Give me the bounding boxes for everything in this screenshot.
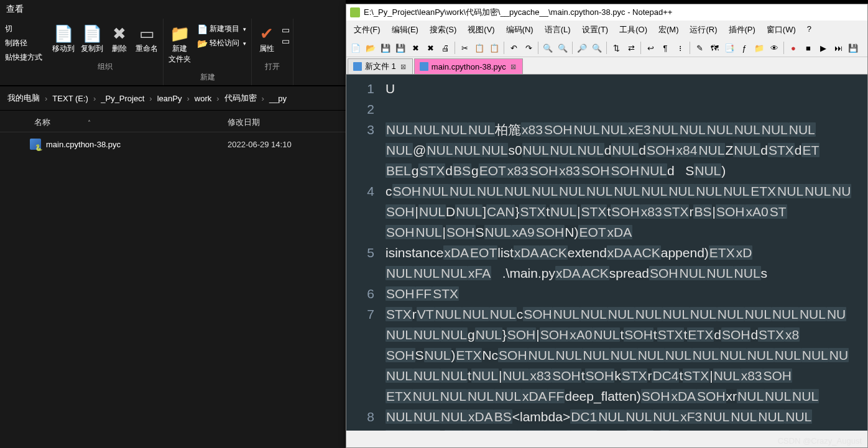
menu-plugins[interactable]: 插件(P): [724, 22, 760, 38]
stop-button[interactable]: ■: [801, 41, 815, 55]
folder-ws-button[interactable]: 📁: [752, 41, 766, 55]
breadcrumb-item[interactable]: TEXT (E:): [50, 93, 91, 104]
play-multi-button[interactable]: ⏭: [831, 41, 845, 55]
open-icon[interactable]: ▭: [280, 25, 290, 35]
copy-to-button[interactable]: 📄 复制到: [78, 21, 106, 57]
code-area[interactable]: UNULNULNULNUL柏簏x83SOHNULNULxE3NULNULNULN…: [381, 75, 867, 431]
doc-map-button[interactable]: 🗺: [708, 41, 721, 55]
ribbon-tab-view[interactable]: 查看: [0, 0, 346, 19]
save-all-button[interactable]: 💾: [394, 41, 407, 55]
file-date: 2022-06-29 14:10: [228, 140, 346, 149]
ribbon: 切 制路径 贴快捷方式 📄 移动到 📄 复制到 ✖ 删除: [0, 19, 346, 86]
breadcrumb[interactable]: 我的电脑› TEXT (E:)› _Py_Project› leanPy› wo…: [0, 86, 346, 111]
new-item-button[interactable]: 📄 新建项目▾: [195, 22, 249, 35]
rename-button[interactable]: ▭ 重命名: [133, 21, 160, 57]
breadcrumb-item[interactable]: 我的电脑: [5, 91, 42, 105]
menu-settings[interactable]: 设置(T): [577, 22, 614, 38]
copy-icon: 📄: [82, 24, 102, 43]
sync-v-button[interactable]: ⇅: [609, 41, 623, 55]
menu-edit[interactable]: 编辑(E): [387, 22, 423, 38]
list-header: 名称 ˄ 修改日期: [0, 111, 346, 132]
sort-caret-icon: ˄: [88, 119, 91, 126]
menu-macro[interactable]: 宏(M): [653, 22, 684, 38]
sync-h-button[interactable]: ⇄: [624, 41, 638, 55]
show-all-button[interactable]: ¶: [658, 41, 672, 55]
menu-search[interactable]: 搜索(S): [425, 22, 461, 38]
menu-run[interactable]: 运行(R): [685, 22, 722, 38]
menu-help[interactable]: ?: [802, 22, 816, 38]
check-icon: ✔: [257, 24, 277, 43]
menu-view[interactable]: 视图(V): [463, 22, 499, 38]
toolbar: 📄 📂 💾 💾 ✖ ✖ 🖨 ✂ 📋 📋 ↶ ↷ 🔍 🔍 🔎 🔍 ⇅ ⇄ ↩ ¶ …: [346, 39, 867, 57]
paste-button[interactable]: 📋: [487, 41, 501, 55]
file-icon: [353, 62, 362, 71]
record-button[interactable]: ●: [787, 41, 800, 55]
file-explorer: 查看 切 制路径 贴快捷方式 📄 移动到 📄 复制到 ✖: [0, 0, 346, 448]
close-button[interactable]: ✖: [409, 41, 422, 55]
column-name[interactable]: 名称 ˄: [0, 117, 228, 128]
undo-button[interactable]: ↶: [507, 41, 520, 55]
delete-button[interactable]: ✖ 删除: [107, 21, 132, 57]
zoom-in-button[interactable]: 🔎: [575, 41, 589, 55]
menu-tools[interactable]: 工具(O): [614, 22, 652, 38]
save-macro-button[interactable]: 💾: [846, 41, 860, 55]
doc-list-button[interactable]: 📑: [723, 41, 736, 55]
easy-access-icon: 📂: [197, 39, 207, 48]
breadcrumb-item[interactable]: work: [192, 93, 214, 104]
cut-button[interactable]: ✂: [458, 41, 471, 55]
notepad-icon: [350, 7, 360, 17]
print-button[interactable]: 🖨: [438, 41, 452, 55]
play-button[interactable]: ▶: [816, 41, 830, 55]
redo-button[interactable]: ↷: [522, 41, 535, 55]
cut-button[interactable]: 切: [2, 22, 45, 35]
save-button[interactable]: 💾: [379, 41, 392, 55]
python-file-icon: [30, 139, 41, 150]
new-file-button[interactable]: 📄: [349, 41, 362, 55]
new-folder-button[interactable]: 📁 新建 文件夹: [166, 21, 193, 67]
paste-shortcut-button[interactable]: 贴快捷方式: [2, 51, 45, 64]
file-name: main.cpython-38.pyc: [46, 140, 228, 149]
open-file-button[interactable]: 📂: [364, 41, 377, 55]
delete-icon: ✖: [109, 24, 129, 43]
file-row[interactable]: main.cpython-38.pyc 2022-06-29 14:10: [0, 132, 346, 156]
monitor-button[interactable]: 👁: [767, 41, 781, 55]
find-button[interactable]: 🔍: [541, 41, 555, 55]
tab-new-file[interactable]: 新文件 1 ⊠: [348, 58, 413, 74]
zoom-out-button[interactable]: 🔍: [590, 41, 604, 55]
move-to-button[interactable]: 📄 移动到: [50, 21, 77, 57]
udl-button[interactable]: ✎: [693, 41, 706, 55]
notepad-plus-plus: E:\_Py_Project\leanPy\work\代码加密\__pycach…: [346, 4, 868, 448]
close-all-button[interactable]: ✖: [423, 41, 437, 55]
menu-encoding[interactable]: 编码(N): [501, 22, 538, 38]
line-gutter: 12345678: [346, 75, 381, 431]
watermark: CSDN @Crazy_August: [778, 436, 862, 446]
breadcrumb-item[interactable]: _Py_Project: [98, 93, 147, 104]
window-title: E:\_Py_Project\leanPy\work\代码加密\__pycach…: [364, 7, 672, 18]
wrap-button[interactable]: ↩: [644, 41, 657, 55]
properties-button[interactable]: ✔ 属性: [254, 21, 279, 57]
breadcrumb-item[interactable]: leanPy: [155, 93, 185, 104]
menu-language[interactable]: 语言(L): [540, 22, 576, 38]
easy-access-button[interactable]: 📂 轻松访问▾: [195, 37, 249, 50]
func-list-button[interactable]: ƒ: [737, 41, 751, 55]
replace-button[interactable]: 🔍: [556, 41, 570, 55]
edit-icon[interactable]: ▭: [280, 36, 290, 46]
menu-window[interactable]: 窗口(W): [762, 22, 801, 38]
column-date[interactable]: 修改日期: [228, 117, 346, 128]
indent-guide-button[interactable]: ⫶: [673, 41, 687, 55]
group-label-open: 打开: [265, 62, 280, 73]
breadcrumb-item[interactable]: __py: [267, 93, 289, 104]
editor[interactable]: 12345678 UNULNULNULNUL柏簏x83SOHNULNULxE3N…: [346, 75, 867, 431]
new-item-icon: 📄: [197, 24, 207, 34]
menubar: 文件(F) 编辑(E) 搜索(S) 视图(V) 编码(N) 语言(L) 设置(T…: [346, 21, 867, 39]
copy-button[interactable]: 📋: [473, 41, 486, 55]
window-titlebar: E:\_Py_Project\leanPy\work\代码加密\__pycach…: [346, 4, 867, 21]
file-icon: [420, 62, 428, 71]
breadcrumb-item[interactable]: 代码加密: [222, 91, 259, 105]
menu-file[interactable]: 文件(F): [349, 22, 386, 38]
copy-path-button[interactable]: 制路径: [2, 37, 45, 50]
close-icon[interactable]: ⊠: [399, 63, 407, 71]
group-label-organize: 组织: [98, 62, 113, 73]
tab-main-pyc[interactable]: main.cpython-38.pyc ⊠: [414, 58, 523, 74]
close-icon[interactable]: ⊠: [509, 63, 517, 71]
